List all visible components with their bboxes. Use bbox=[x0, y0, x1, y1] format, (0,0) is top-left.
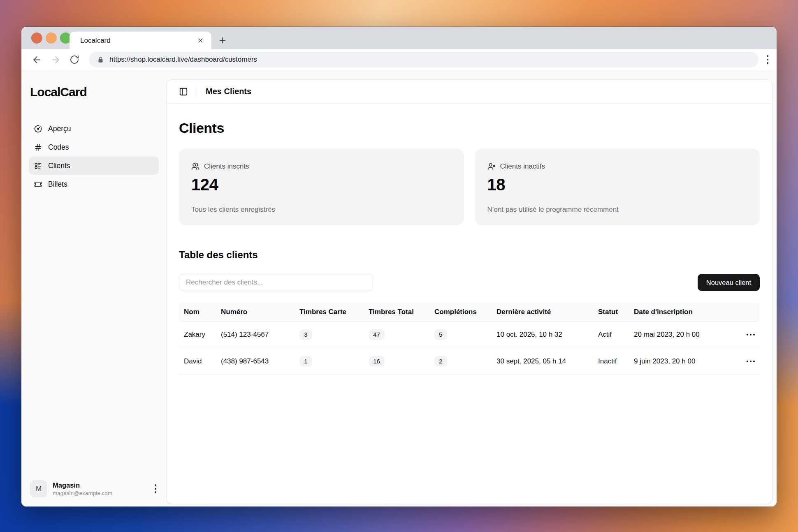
cell-timbres-carte: 3 bbox=[295, 329, 364, 340]
sidebar-nav: Aperçu Codes Clients bbox=[21, 120, 166, 193]
row-menu-icon[interactable] bbox=[747, 361, 755, 363]
user-name: Magasin bbox=[53, 481, 112, 489]
search-input[interactable] bbox=[179, 274, 373, 291]
desktop: Localcard ht bbox=[0, 0, 798, 532]
cell-numero: (438) 987-6543 bbox=[216, 357, 295, 365]
ticket-icon bbox=[34, 180, 42, 188]
main-panel: Mes Clients Clients Clients inscrits bbox=[166, 79, 772, 504]
cell-derniere-activite: 30 sept. 2025, 05 h 14 bbox=[492, 357, 593, 365]
browser-tab[interactable]: Localcard bbox=[70, 32, 211, 49]
cell-date-inscription: 9 juin 2023, 20 h 00 bbox=[629, 357, 737, 365]
table-header-row: Nom Numéro Timbres Carte Timbres Total C… bbox=[179, 303, 760, 322]
forward-icon[interactable] bbox=[46, 50, 65, 69]
column-header: Statut bbox=[593, 308, 629, 316]
page-content: Clients Clients inscrits 124 Tous les cl… bbox=[167, 104, 772, 504]
cell-timbres-carte: 1 bbox=[295, 356, 364, 367]
stat-label: Clients inscrits bbox=[204, 162, 249, 171]
avatar: M bbox=[30, 480, 47, 497]
cell-actions bbox=[737, 334, 760, 336]
count-badge: 5 bbox=[434, 329, 447, 340]
cell-derniere-activite: 10 oct. 2025, 10 h 32 bbox=[492, 331, 593, 339]
user-menu[interactable]: M Magasin magasin@example.com bbox=[30, 480, 156, 497]
cell-date-inscription: 20 mai 2023, 20 h 00 bbox=[629, 331, 737, 339]
cell-timbres-total: 16 bbox=[364, 356, 429, 367]
cell-timbres-total: 47 bbox=[364, 329, 429, 340]
cell-nom: Zakary bbox=[179, 331, 216, 339]
browser-tab-bar: Localcard bbox=[21, 27, 777, 49]
sidebar-item-label: Billets bbox=[48, 180, 67, 189]
sidebar-item-apercu[interactable]: Aperçu bbox=[29, 120, 159, 138]
tab-title: Localcard bbox=[80, 37, 111, 45]
lock-icon[interactable] bbox=[97, 56, 104, 63]
user-menu-icon[interactable] bbox=[155, 484, 157, 493]
sidebar-item-billets[interactable]: Billets bbox=[29, 175, 159, 193]
column-header: Date d'inscription bbox=[629, 308, 737, 316]
list-details-icon bbox=[34, 162, 42, 170]
app-root: LocalCard Aperçu Codes bbox=[21, 70, 777, 507]
header-divider bbox=[197, 87, 197, 96]
clients-table: Nom Numéro Timbres Carte Timbres Total C… bbox=[179, 303, 760, 375]
column-header: Complétions bbox=[429, 308, 492, 316]
users-icon bbox=[191, 162, 200, 171]
browser-menu-icon[interactable] bbox=[767, 55, 769, 64]
gauge-icon bbox=[34, 125, 42, 133]
new-client-button[interactable]: Nouveau client bbox=[698, 274, 760, 291]
cell-completions: 2 bbox=[429, 356, 492, 367]
stat-label: Clients inactifs bbox=[500, 162, 545, 171]
cell-completions: 5 bbox=[429, 329, 492, 340]
sidebar-item-clients[interactable]: Clients bbox=[29, 157, 159, 175]
table-section-title: Table des clients bbox=[179, 249, 760, 261]
cell-actions bbox=[737, 361, 760, 363]
user-x-icon bbox=[487, 162, 496, 171]
stat-description: N’ont pas utilisé le programme récemment bbox=[487, 206, 748, 214]
column-header: Timbres Total bbox=[364, 308, 429, 316]
stat-value: 124 bbox=[191, 176, 452, 194]
count-badge: 1 bbox=[299, 356, 312, 367]
browser-window: Localcard ht bbox=[21, 27, 777, 507]
page-header: Mes Clients bbox=[167, 80, 772, 104]
cell-statut: Actif bbox=[593, 331, 629, 339]
count-badge: 2 bbox=[434, 356, 447, 367]
table-controls: Nouveau client bbox=[179, 274, 760, 291]
url-text: https://shop.localcard.live/dashboard/cu… bbox=[109, 56, 257, 64]
new-tab-button[interactable] bbox=[218, 36, 227, 45]
sidebar: LocalCard Aperçu Codes bbox=[21, 70, 166, 507]
column-header: Numéro bbox=[216, 308, 295, 316]
cell-numero: (514) 123-4567 bbox=[216, 331, 295, 339]
column-header: Nom bbox=[179, 308, 216, 316]
address-bar[interactable]: https://shop.localcard.live/dashboard/cu… bbox=[89, 52, 759, 67]
traffic-lights bbox=[31, 32, 71, 44]
table-row[interactable]: David (438) 987-6543 1 16 2 30 sept. 202… bbox=[179, 348, 760, 375]
table-row[interactable]: Zakary (514) 123-4567 3 47 5 10 oct. 202… bbox=[179, 322, 760, 348]
sidebar-item-label: Codes bbox=[48, 143, 69, 152]
app-logo: LocalCard bbox=[30, 85, 166, 99]
column-header: Timbres Carte bbox=[295, 308, 364, 316]
page-title: Clients bbox=[179, 120, 760, 136]
count-badge: 47 bbox=[369, 329, 385, 340]
breadcrumb-title: Mes Clients bbox=[206, 87, 251, 96]
user-email: magasin@example.com bbox=[53, 490, 112, 496]
tab-close-icon[interactable] bbox=[197, 37, 204, 44]
sidebar-toggle-icon[interactable] bbox=[179, 87, 188, 96]
sidebar-item-codes[interactable]: Codes bbox=[29, 138, 159, 156]
sidebar-item-label: Aperçu bbox=[48, 125, 71, 133]
stat-value: 18 bbox=[487, 176, 748, 194]
close-window-button[interactable] bbox=[31, 32, 42, 44]
browser-toolbar: https://shop.localcard.live/dashboard/cu… bbox=[21, 49, 777, 70]
row-menu-icon[interactable] bbox=[747, 334, 755, 336]
cell-statut: Inactif bbox=[593, 357, 629, 365]
count-badge: 16 bbox=[369, 356, 385, 367]
column-header: Dernière activité bbox=[492, 308, 593, 316]
stat-card-inactifs: Clients inactifs 18 N’ont pas utilisé le… bbox=[475, 148, 760, 225]
stat-description: Tous les clients enregistrés bbox=[191, 206, 452, 214]
count-badge: 3 bbox=[299, 329, 312, 340]
sidebar-item-label: Clients bbox=[48, 162, 70, 170]
stat-cards: Clients inscrits 124 Tous les clients en… bbox=[179, 148, 760, 225]
hash-icon bbox=[34, 143, 42, 151]
back-icon[interactable] bbox=[27, 50, 46, 69]
stat-card-inscrits: Clients inscrits 124 Tous les clients en… bbox=[179, 148, 464, 225]
minimize-window-button[interactable] bbox=[46, 32, 57, 44]
cell-nom: David bbox=[179, 357, 216, 365]
reload-icon[interactable] bbox=[65, 50, 84, 69]
